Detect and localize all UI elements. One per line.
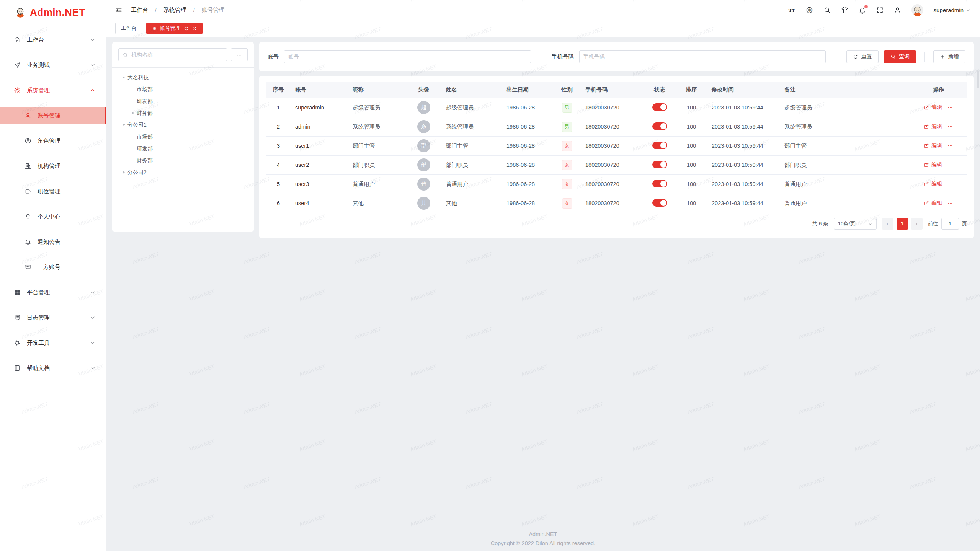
sidebar-item-6[interactable]: 帮助文档 — [0, 360, 106, 377]
sidebar-item-1[interactable]: 业务测试 — [0, 57, 106, 73]
phone-filter-input[interactable] — [583, 54, 822, 60]
add-button[interactable]: 新增 — [933, 50, 965, 63]
caret-down-icon[interactable] — [120, 123, 127, 127]
row-more-button[interactable] — [947, 181, 953, 187]
status-toggle[interactable] — [652, 199, 667, 207]
prev-page-button[interactable]: ‹ — [882, 218, 893, 230]
tree-node-分公司1[interactable]: 分公司1 — [118, 119, 248, 131]
user-menu[interactable]: superadmin — [934, 7, 971, 13]
page-size-select[interactable]: 10条/页 — [834, 218, 877, 230]
status-toggle[interactable] — [652, 103, 667, 111]
edit-button[interactable]: 编辑 — [924, 142, 942, 149]
table-row: 5user3普通用户普普通用户1986-06-28女18020030720100… — [266, 174, 967, 194]
sidebar-item-2[interactable]: 系统管理 — [0, 82, 106, 99]
font-size-icon[interactable]: TT — [788, 7, 795, 14]
goto-page-input[interactable] — [941, 218, 959, 230]
tab-account-management[interactable]: 账号管理 — [146, 23, 203, 34]
row-more-button[interactable] — [947, 143, 953, 148]
caret-down-icon[interactable] — [120, 75, 127, 80]
cell-ops: 编辑 — [910, 155, 967, 174]
tree-node-财务部[interactable]: 财务部 — [118, 107, 248, 119]
sidebar-subitem-2-6[interactable]: 三方账号 — [0, 259, 106, 276]
status-toggle[interactable] — [652, 161, 667, 168]
cell-phone: 18020030720 — [581, 155, 644, 174]
edit-button[interactable]: 编辑 — [924, 200, 942, 207]
status-toggle[interactable] — [652, 142, 667, 149]
column-header-7: 手机号码 — [581, 82, 644, 98]
cell-account: user2 — [291, 155, 348, 174]
edit-button[interactable]: 编辑 — [924, 123, 942, 130]
tree-node-研发部[interactable]: 研发部 — [118, 95, 248, 107]
chevron-down-icon — [90, 340, 95, 346]
tree-node-市场部[interactable]: 市场部 — [118, 131, 248, 143]
row-more-button[interactable] — [947, 162, 953, 168]
status-toggle[interactable] — [652, 122, 667, 130]
caret-right-icon[interactable] — [129, 111, 137, 115]
cell-birth: 1986-06-28 — [502, 174, 553, 194]
column-header-9: 排序 — [676, 82, 707, 98]
edit-button[interactable]: 编辑 — [924, 161, 942, 168]
tab-workbench[interactable]: 工作台 — [115, 23, 142, 34]
sidebar-item-3[interactable]: 平台管理 — [0, 284, 106, 301]
edit-button[interactable]: 编辑 — [924, 181, 942, 187]
tree-node-label: 分公司2 — [127, 169, 147, 176]
query-button[interactable]: 查询 — [884, 50, 916, 63]
breadcrumb-item[interactable]: 系统管理 — [163, 7, 186, 14]
username-label: superadmin — [934, 7, 964, 13]
sidebar-subitem-2-2[interactable]: 机构管理 — [0, 158, 106, 174]
account-filter-field[interactable] — [284, 50, 531, 63]
sidebar-subitem-2-0[interactable]: 账号管理 — [0, 107, 106, 124]
row-more-button[interactable] — [947, 124, 953, 129]
status-toggle[interactable] — [652, 180, 667, 187]
notification-bell-icon[interactable] — [859, 7, 866, 14]
tree-more-button[interactable] — [231, 48, 248, 61]
user-outline-icon[interactable] — [894, 7, 901, 14]
current-page-button[interactable]: 1 — [897, 218, 908, 230]
sidebar-subitem-2-4[interactable]: 个人中心 — [0, 208, 106, 225]
scrollbar-thumb[interactable] — [977, 70, 979, 88]
gender-badge: 女 — [562, 160, 572, 170]
gender-badge: 男 — [562, 103, 572, 113]
tree-node-大名科技[interactable]: 大名科技 — [118, 72, 248, 83]
user-avatar[interactable] — [911, 4, 923, 16]
tree-node-财务部[interactable]: 财务部 — [118, 155, 248, 166]
row-more-button[interactable] — [947, 105, 953, 110]
org-search-input[interactable] — [131, 52, 223, 58]
tree-node-label: 分公司1 — [127, 122, 147, 129]
breadcrumb-item[interactable]: 工作台 — [131, 7, 148, 14]
search-icon[interactable] — [823, 7, 831, 14]
sidebar-subitem-2-1[interactable]: 角色管理 — [0, 132, 106, 149]
edit-label: 编辑 — [931, 142, 942, 149]
next-page-button[interactable]: › — [911, 218, 923, 230]
close-icon[interactable] — [192, 26, 197, 31]
plus-icon — [940, 54, 945, 59]
logo[interactable]: Admin.NET — [0, 0, 106, 24]
fullscreen-icon[interactable] — [876, 7, 884, 14]
row-more-button[interactable] — [947, 201, 953, 206]
sidebar-subitem-2-3[interactable]: 职位管理 — [0, 183, 106, 200]
sidebar-item-4[interactable]: 日志管理 — [0, 309, 106, 326]
cell-avatar: 部 — [406, 155, 441, 174]
caret-right-icon[interactable] — [120, 170, 127, 174]
language-icon[interactable]: 中 — [806, 7, 813, 14]
chevron-down-icon — [868, 222, 872, 226]
sidebar-subitem-2-5[interactable]: 通知公告 — [0, 233, 106, 250]
cell-remark: 部门职员 — [780, 155, 910, 174]
edit-button[interactable]: 编辑 — [924, 104, 942, 111]
edit-icon — [924, 162, 929, 168]
reset-button[interactable]: 重置 — [846, 50, 879, 63]
phone-filter-field[interactable] — [579, 50, 826, 63]
refresh-icon[interactable] — [184, 26, 189, 31]
column-header-4: 姓名 — [441, 82, 502, 98]
divider — [924, 52, 925, 62]
sidebar-item-0[interactable]: 工作台 — [0, 31, 106, 48]
tree-node-研发部[interactable]: 研发部 — [118, 143, 248, 155]
org-search-field[interactable] — [118, 48, 227, 61]
theme-icon[interactable] — [841, 7, 848, 14]
sidebar-item-5[interactable]: 开发工具 — [0, 334, 106, 351]
menu-fold-icon[interactable] — [115, 7, 122, 14]
tree-node-市场部[interactable]: 市场部 — [118, 83, 248, 95]
account-filter-input[interactable] — [288, 54, 527, 60]
tree-node-分公司2[interactable]: 分公司2 — [118, 166, 248, 178]
column-header-5: 出生日期 — [502, 82, 553, 98]
